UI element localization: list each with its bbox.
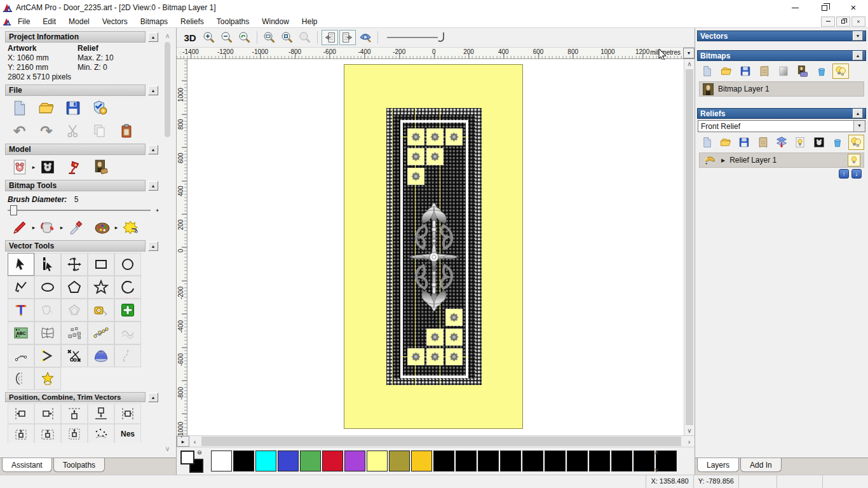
zoom-to-selection-button-disabled[interactable] <box>297 30 313 45</box>
flyout-arrow-icon[interactable]: ▸ <box>31 164 37 170</box>
colour-palette-button[interactable] <box>92 217 113 238</box>
create-star-tool[interactable] <box>88 276 114 299</box>
collapse-section-button[interactable]: ▲ <box>148 32 158 42</box>
trim-vectors-tool[interactable] <box>61 344 88 367</box>
palette-swatch[interactable] <box>567 451 588 471</box>
align-top-tool[interactable] <box>61 403 88 424</box>
vscrollbar-thumb[interactable] <box>686 69 693 425</box>
panel-tab[interactable]: Layers <box>697 458 739 472</box>
panel-tab[interactable]: Add In <box>740 458 782 472</box>
new-bitmap-layer-button[interactable] <box>699 64 715 79</box>
undo-button[interactable]: ↶ <box>9 121 31 141</box>
zoom-previous-button[interactable] <box>236 30 253 45</box>
bitmap-to-relief-button[interactable] <box>756 64 773 79</box>
hscrollbar-thumb[interactable] <box>201 437 681 446</box>
zoom-to-fit-button[interactable] <box>261 30 278 45</box>
primary-secondary-colour-widget[interactable]: ⊖ <box>180 449 206 473</box>
move-layer-down-button[interactable]: ↓ <box>851 169 862 179</box>
collapse-section-button[interactable]: ▲ <box>853 51 863 60</box>
toggle-all-relief-visibility-button[interactable] <box>848 135 864 150</box>
slider-track[interactable] <box>8 210 151 211</box>
previous-view-button[interactable] <box>322 30 338 45</box>
palette-swatch[interactable] <box>589 451 610 471</box>
panel-tab[interactable]: Toolpaths <box>53 458 105 472</box>
paste-vector-tool[interactable] <box>114 299 141 322</box>
assistant-scrollbar[interactable]: ∧ ∨ <box>163 32 172 453</box>
delete-bitmap-layer-button[interactable] <box>813 64 830 79</box>
brush-diameter-slider[interactable]: ✦ <box>8 205 159 215</box>
palette-swatch[interactable] <box>545 451 566 471</box>
palette-swatch[interactable] <box>300 451 321 471</box>
expand-section-button[interactable]: ▼ <box>853 31 863 41</box>
horizontal-scrollbar[interactable]: ▸ ‹ › <box>177 435 695 447</box>
relief-layer-visibility-button[interactable] <box>848 154 860 166</box>
collapse-section-button[interactable]: ▲ <box>148 181 158 191</box>
create-circle-tool[interactable] <box>114 253 141 276</box>
select-vectors-tool[interactable] <box>8 253 34 276</box>
close-button[interactable]: × <box>839 0 868 15</box>
collapse-section-button[interactable]: ▲ <box>853 109 863 118</box>
palette-swatch[interactable] <box>456 451 477 471</box>
nest-vectors-tool[interactable]: Nes <box>114 424 141 443</box>
redo-button[interactable]: ↷ <box>36 121 57 141</box>
palette-swatch[interactable] <box>611 451 632 471</box>
mdi-restore-button[interactable] <box>836 17 850 27</box>
scatter-copies-tool[interactable] <box>88 424 114 443</box>
paste-button[interactable] <box>116 121 137 141</box>
door-artwork[interactable] <box>344 64 523 429</box>
palette-swatch[interactable] <box>233 451 254 471</box>
texture-relief-button[interactable] <box>90 157 112 177</box>
palette-scroll[interactable]: ∧ ∨ <box>651 449 661 473</box>
create-text-tool[interactable] <box>8 299 34 322</box>
fade-slider[interactable] <box>382 30 452 45</box>
hscrollbar-track[interactable] <box>200 436 684 447</box>
menu-item[interactable]: File <box>11 16 36 27</box>
move-layer-up-button[interactable]: ↑ <box>839 169 849 179</box>
palette-swatch[interactable] <box>367 451 388 471</box>
preview-relief-button[interactable] <box>357 30 374 45</box>
vertical-scrollbar[interactable]: ∧ ∨ <box>684 59 695 435</box>
collapse-section-button[interactable]: ▲ <box>148 241 158 251</box>
create-polyline-tool[interactable] <box>8 276 34 299</box>
mdi-close-button[interactable]: × <box>851 17 865 27</box>
extrude-tool[interactable] <box>88 344 114 367</box>
new-relief-layer-button[interactable] <box>699 135 715 150</box>
vector-doctor-tool[interactable] <box>34 367 61 390</box>
flyout-arrow-icon[interactable]: ▸ <box>31 224 37 231</box>
palette-swatch[interactable] <box>389 451 410 471</box>
palette-swatch[interactable] <box>255 451 276 471</box>
palette-swatch[interactable] <box>500 451 521 471</box>
invert-model-button[interactable] <box>37 157 58 177</box>
palette-swatch[interactable] <box>411 451 432 471</box>
simplify-vectors-tool-disabled[interactable] <box>114 322 141 344</box>
flyout-arrow-icon[interactable]: ▸ <box>113 224 119 231</box>
open-relief-layer-button[interactable] <box>717 135 733 150</box>
pick-colour-tool-button[interactable] <box>65 217 86 238</box>
scroll-down-icon[interactable]: ∨ <box>163 445 172 453</box>
relief-select-dropdown[interactable]: Front Relief ▼ <box>698 120 865 132</box>
fit-curve-tool[interactable] <box>88 322 114 344</box>
centre-in-page-tool[interactable] <box>8 424 34 443</box>
create-ellipse-tool[interactable] <box>34 276 61 299</box>
open-bitmap-layer-button[interactable] <box>718 64 735 79</box>
measure-tool[interactable] <box>88 299 114 322</box>
panel-tab[interactable]: Assistant <box>2 458 52 472</box>
restore-button[interactable] <box>810 0 839 15</box>
save-relief-layer-button[interactable] <box>736 135 752 150</box>
block-copy-tool[interactable] <box>61 322 88 344</box>
bitmap-layer-preview-button[interactable] <box>794 64 811 79</box>
palette-swatch[interactable] <box>344 451 365 471</box>
transform-vectors-tool[interactable] <box>61 253 88 276</box>
create-polygon-tool[interactable] <box>61 276 88 299</box>
palette-swatch[interactable] <box>278 451 299 471</box>
collapse-section-button[interactable]: ▲ <box>148 145 158 154</box>
new-model-button[interactable] <box>9 98 31 118</box>
dropdown-arrow-icon[interactable]: ▼ <box>853 121 865 132</box>
flood-fill-tool-button[interactable] <box>37 217 58 238</box>
palette-swatch[interactable] <box>522 451 543 471</box>
greyscale-preview-button[interactable] <box>775 64 792 79</box>
create-rectangle-tool[interactable] <box>88 253 114 276</box>
collapse-section-button[interactable]: ▲ <box>148 86 158 95</box>
align-bottom-tool[interactable] <box>88 403 114 424</box>
scroll-right-icon[interactable]: › <box>684 436 695 447</box>
